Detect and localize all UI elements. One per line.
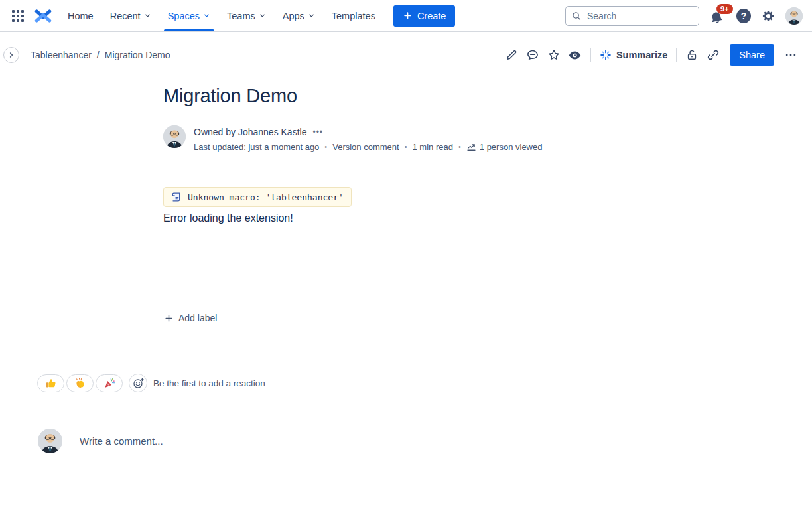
expand-sidebar-button[interactable] bbox=[3, 47, 19, 63]
notifications-button[interactable]: 9+ bbox=[709, 7, 726, 25]
edit-button[interactable] bbox=[501, 44, 522, 66]
nav-templates[interactable]: Templates bbox=[330, 0, 377, 31]
nav-apps-label: Apps bbox=[283, 11, 304, 21]
macro-placeholder-text: Unknown macro: 'tableenhancer' bbox=[188, 192, 344, 202]
chevron-down-icon bbox=[308, 12, 315, 19]
help-button[interactable]: ? bbox=[736, 9, 751, 23]
owner-avatar[interactable] bbox=[163, 125, 186, 148]
restrictions-button[interactable] bbox=[681, 44, 703, 66]
version-comment-link[interactable]: Version comment bbox=[332, 142, 399, 152]
owner-link[interactable]: Owned by Johannes Kästle bbox=[194, 127, 306, 137]
unknown-macro-placeholder[interactable]: Unknown macro: 'tableenhancer' bbox=[163, 187, 352, 207]
topnav-right-cluster: 9+ ? bbox=[565, 6, 803, 26]
reaction-party-button[interactable] bbox=[96, 374, 123, 392]
page-title: Migration Demo bbox=[163, 85, 297, 107]
nav-spaces-label: Spaces bbox=[168, 11, 200, 21]
comment-placeholder-text: Write a comment... bbox=[80, 435, 163, 447]
link-icon bbox=[707, 48, 720, 62]
read-time: 1 min read bbox=[413, 142, 453, 152]
chevron-down-icon bbox=[144, 12, 151, 19]
add-label-text: Add label bbox=[178, 313, 217, 323]
top-navigation-bar: Home Recent Spaces Teams Apps Templates bbox=[0, 0, 812, 32]
unlock-icon bbox=[685, 48, 699, 62]
content-footer-divider bbox=[37, 404, 792, 404]
breadcrumb-separator: / bbox=[97, 50, 100, 60]
nav-teams[interactable]: Teams bbox=[226, 0, 267, 31]
actions-divider bbox=[590, 48, 591, 62]
thumbs-up-emoji-icon bbox=[45, 377, 57, 389]
actions-divider bbox=[676, 48, 677, 62]
breadcrumb-page-link[interactable]: Migration Demo bbox=[105, 50, 170, 60]
nav-recent-label: Recent bbox=[110, 11, 141, 21]
search-icon bbox=[571, 11, 582, 21]
plus-icon bbox=[164, 313, 174, 323]
reaction-hint-text: Be the first to add a reaction bbox=[153, 378, 265, 388]
reaction-clap-button[interactable] bbox=[66, 374, 94, 392]
confluence-logo-icon[interactable] bbox=[34, 7, 52, 25]
user-avatar[interactable] bbox=[785, 7, 803, 25]
plus-icon bbox=[403, 11, 413, 21]
comment-icon bbox=[526, 48, 539, 62]
share-button[interactable]: Share bbox=[730, 44, 774, 66]
app-switcher-icon[interactable] bbox=[11, 9, 25, 23]
copy-link-button[interactable] bbox=[703, 44, 724, 66]
add-reaction-button[interactable] bbox=[129, 374, 147, 392]
global-search bbox=[565, 6, 699, 26]
share-label: Share bbox=[739, 50, 765, 60]
summarize-label: Summarize bbox=[616, 50, 667, 60]
question-mark-icon: ? bbox=[741, 11, 747, 21]
byline-dot: • bbox=[324, 143, 327, 151]
nav-home-label: Home bbox=[68, 11, 94, 21]
ellipsis-icon bbox=[784, 48, 797, 62]
byline-more-button[interactable]: ••• bbox=[312, 127, 323, 137]
create-button[interactable]: Create bbox=[393, 5, 456, 27]
more-actions-button[interactable] bbox=[780, 44, 801, 66]
error-message: Error loading the extension! bbox=[163, 212, 293, 224]
create-button-label: Create bbox=[417, 11, 446, 21]
breadcrumb-space-link[interactable]: Tableenhancer bbox=[31, 50, 92, 60]
nav-teams-label: Teams bbox=[227, 11, 255, 21]
analytics-chart-icon bbox=[466, 142, 476, 152]
gear-icon bbox=[761, 9, 776, 23]
watch-button[interactable] bbox=[565, 44, 586, 66]
summarize-button[interactable]: Summarize bbox=[596, 44, 671, 66]
page-actions: Summarize Share bbox=[501, 42, 801, 68]
pencil-icon bbox=[505, 48, 518, 62]
byline-text: Owned by Johannes Kästle ••• Last update… bbox=[194, 125, 542, 153]
add-label-button[interactable]: Add label bbox=[164, 313, 217, 323]
last-updated: Last updated: just a moment ago bbox=[194, 142, 319, 152]
scroll-icon bbox=[170, 191, 182, 203]
star-button[interactable] bbox=[543, 44, 565, 66]
nav-apps[interactable]: Apps bbox=[281, 0, 316, 31]
comment-button[interactable] bbox=[522, 44, 543, 66]
current-user-avatar bbox=[38, 429, 62, 453]
sidebar-divider bbox=[11, 33, 11, 47]
comment-editor[interactable]: Write a comment... bbox=[38, 429, 163, 453]
clapping-hands-emoji-icon bbox=[74, 377, 86, 389]
sparkle-icon bbox=[600, 49, 612, 61]
notifications-badge: 9+ bbox=[716, 4, 733, 14]
primary-nav: Home Recent Spaces Teams Apps Templates bbox=[66, 0, 391, 31]
reaction-thumbs-up-button[interactable] bbox=[37, 374, 64, 392]
settings-button[interactable] bbox=[761, 9, 776, 23]
nav-recent[interactable]: Recent bbox=[109, 0, 153, 31]
chevron-down-icon bbox=[203, 12, 210, 19]
nav-home[interactable]: Home bbox=[66, 0, 95, 31]
search-input[interactable] bbox=[565, 6, 699, 26]
reactions-bar: Be the first to add a reaction bbox=[37, 374, 265, 392]
breadcrumb: Tableenhancer / Migration Demo bbox=[31, 42, 170, 68]
party-popper-emoji-icon bbox=[103, 377, 115, 389]
chevron-right-icon bbox=[7, 51, 15, 59]
chevron-down-icon bbox=[259, 12, 266, 19]
views-count: 1 person viewed bbox=[480, 142, 543, 152]
byline-dot: • bbox=[405, 143, 407, 151]
views-link[interactable]: 1 person viewed bbox=[466, 142, 543, 152]
byline: Owned by Johannes Kästle ••• Last update… bbox=[163, 125, 542, 153]
breadcrumb-row: Tableenhancer / Migration Demo bbox=[0, 42, 812, 68]
nav-templates-label: Templates bbox=[332, 11, 375, 21]
confluence-page: Home Recent Spaces Teams Apps Templates bbox=[0, 0, 812, 527]
eye-icon bbox=[568, 48, 582, 62]
smiley-plus-icon bbox=[132, 377, 145, 390]
byline-dot: • bbox=[458, 143, 461, 151]
nav-spaces[interactable]: Spaces bbox=[167, 0, 212, 31]
